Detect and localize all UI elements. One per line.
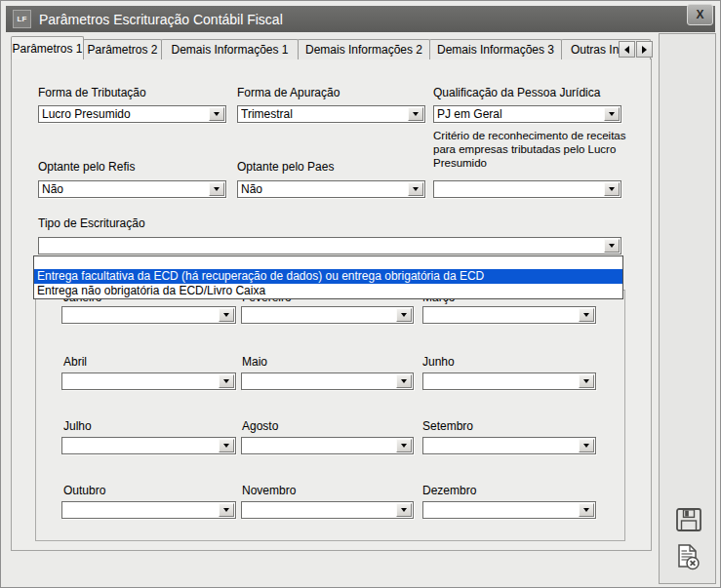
tab-label: Parâmetros 1 — [12, 42, 82, 56]
label-qualificacao-pessoa-juridica: Qualificação da Pessoa Jurídica — [433, 86, 600, 99]
combobox-value — [65, 308, 218, 322]
chevron-down-icon — [583, 444, 589, 448]
chevron-down-icon — [401, 508, 407, 512]
label-forma-apuracao: Forma de Apuração — [237, 86, 340, 99]
label-junho: Junho — [422, 355, 455, 369]
dropdown-arrow-button[interactable] — [604, 107, 620, 121]
chevron-down-icon — [609, 112, 615, 116]
combobox-criterio-receitas[interactable] — [433, 180, 621, 198]
tab-scroll-right-button[interactable] — [636, 41, 653, 58]
dropdown-arrow-button[interactable] — [209, 107, 224, 121]
chevron-down-icon — [401, 379, 407, 383]
tab-label: Demais Informações 1 — [171, 43, 288, 57]
tipo-escrituracao-dropdown-list: Entrega facultativa da ECD (há recuperaç… — [33, 255, 623, 299]
label-optante-refis: Optante pelo Refis — [38, 160, 135, 174]
tab-scroll-left-button[interactable] — [619, 41, 635, 58]
combobox-tipo-escrituracao[interactable] — [38, 237, 621, 255]
dropdown-option[interactable]: Entrega não obrigatória da ECD/Livro Cai… — [34, 284, 622, 298]
dropdown-arrow-button[interactable] — [396, 439, 412, 452]
lf-app-icon: LF — [13, 10, 31, 28]
dropdown-arrow-button[interactable] — [219, 503, 234, 517]
dropdown-arrow-button[interactable] — [219, 374, 234, 388]
dropdown-arrow-button[interactable] — [219, 308, 234, 322]
label-optante-paes: Optante pelo Paes — [237, 160, 334, 174]
dropdown-option-highlighted[interactable]: Entrega facultativa da ECD (há recuperaç… — [34, 269, 622, 284]
dropdown-arrow-button[interactable] — [408, 182, 423, 196]
chevron-down-icon — [413, 187, 419, 191]
close-icon: X — [696, 8, 703, 21]
combobox-value — [426, 374, 578, 388]
dropdown-arrow-button[interactable] — [579, 374, 594, 388]
combobox-outubro[interactable] — [61, 501, 236, 519]
combobox-fevereiro[interactable] — [241, 306, 414, 324]
combobox-value: Lucro Presumido — [42, 107, 208, 121]
label-agosto: Agosto — [242, 419, 278, 433]
dropdown-arrow-button[interactable] — [396, 374, 412, 388]
label-novembro: Novembro — [242, 484, 296, 497]
chevron-down-icon — [583, 379, 589, 383]
label-maio: Maio — [242, 355, 267, 369]
close-button[interactable]: X — [687, 4, 713, 25]
dropdown-arrow-button[interactable] — [579, 503, 594, 517]
chevron-down-icon — [401, 444, 407, 448]
dropdown-arrow-button[interactable] — [579, 308, 594, 322]
chevron-down-icon — [583, 313, 589, 317]
label-setembro: Setembro — [422, 419, 473, 433]
combobox-novembro[interactable] — [241, 501, 414, 519]
combobox-value — [245, 503, 395, 517]
combobox-optante-refis[interactable]: Não — [38, 180, 226, 198]
dropdown-arrow-button[interactable] — [209, 182, 224, 196]
combobox-value — [426, 503, 578, 517]
side-toolbar-panel — [659, 33, 716, 584]
dropdown-arrow-button[interactable] — [396, 308, 412, 322]
combobox-value — [245, 374, 395, 388]
combobox-dezembro[interactable] — [422, 501, 596, 519]
dropdown-arrow-button[interactable] — [396, 503, 412, 517]
scroll-left-icon — [624, 46, 629, 54]
combobox-optante-paes[interactable]: Não — [237, 180, 425, 198]
combobox-value — [65, 374, 218, 388]
dropdown-arrow-button[interactable] — [604, 239, 620, 253]
chevron-down-icon — [223, 379, 229, 383]
label-criterio-receitas: Critério de reconhecimento de receitas p… — [433, 129, 644, 170]
combobox-junho[interactable] — [422, 372, 596, 390]
chevron-down-icon — [223, 508, 229, 512]
chevron-down-icon — [609, 187, 615, 191]
tab-demais-informacoes-3[interactable]: Demais Informações 3 — [429, 39, 562, 59]
combobox-forma-tributacao[interactable]: Lucro Presumido — [38, 105, 226, 123]
dropdown-arrow-button[interactable] — [604, 182, 620, 196]
dropdown-arrow-button[interactable] — [408, 107, 423, 121]
chevron-down-icon — [223, 313, 229, 317]
dropdown-arrow-button[interactable] — [579, 439, 594, 452]
combobox-value — [437, 182, 603, 196]
save-button[interactable] — [675, 506, 702, 532]
combobox-janeiro[interactable] — [61, 306, 236, 324]
tab-demais-informacoes-2[interactable]: Demais Informações 2 — [298, 39, 430, 59]
combobox-forma-apuracao[interactable]: Trimestral — [237, 105, 425, 123]
combobox-qualificacao-pessoa-juridica[interactable]: PJ em Geral — [433, 105, 621, 123]
combobox-value: Trimestral — [241, 107, 407, 121]
tab-parametros-1[interactable]: Parâmetros 1 — [11, 36, 84, 59]
combobox-setembro[interactable] — [422, 437, 596, 454]
combobox-agosto[interactable] — [241, 437, 414, 454]
label-tipo-escrituracao: Tipo de Escrituração — [38, 216, 145, 230]
tab-parametros-2[interactable]: Parâmetros 2 — [83, 39, 162, 59]
dropdown-option-empty[interactable] — [34, 256, 622, 269]
combobox-value — [245, 308, 395, 322]
dropdown-arrow-button[interactable] — [219, 439, 234, 452]
save-icon — [676, 508, 701, 531]
combobox-maio[interactable] — [241, 372, 414, 390]
combobox-julho[interactable] — [61, 437, 236, 454]
tab-label: Demais Informações 3 — [437, 43, 554, 57]
combobox-value — [245, 439, 395, 452]
label-dezembro: Dezembro — [422, 484, 476, 497]
combobox-marco[interactable] — [422, 306, 596, 324]
chevron-down-icon — [413, 112, 419, 116]
combobox-abril[interactable] — [61, 372, 236, 390]
cancel-document-button[interactable] — [675, 543, 702, 571]
chevron-down-icon — [214, 112, 220, 116]
tab-demais-informacoes-1[interactable]: Demais Informações 1 — [161, 39, 299, 59]
title-bar[interactable]: LF Parâmetros Escrituração Contábil Fisc… — [6, 6, 715, 32]
combobox-value — [426, 308, 578, 322]
combobox-value — [426, 439, 578, 452]
